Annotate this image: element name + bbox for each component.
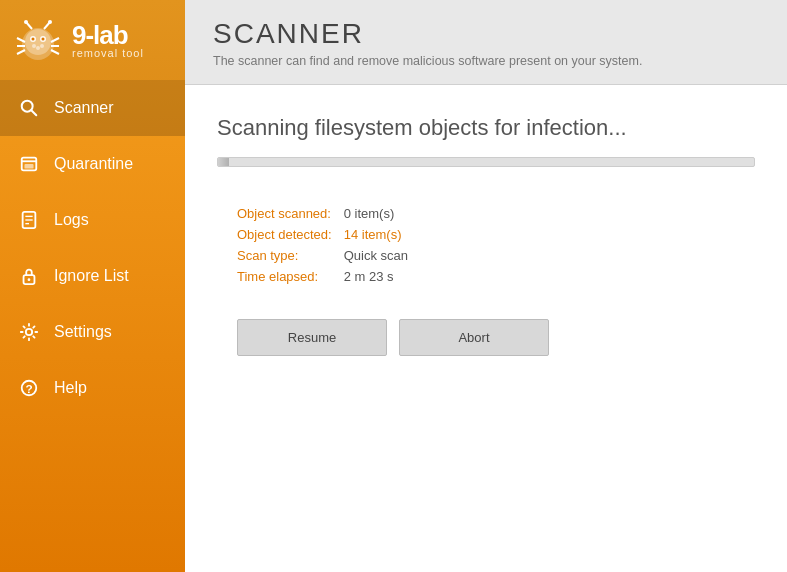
sidebar-item-label-logs: Logs	[54, 211, 89, 229]
sidebar-item-logs[interactable]: Logs	[0, 192, 185, 248]
sidebar-item-help[interactable]: ?Help	[0, 360, 185, 416]
button-row: ResumeAbort	[237, 319, 755, 356]
info-row: Object detected:14 item(s)	[237, 224, 408, 245]
svg-point-5	[42, 38, 45, 41]
info-label: Object detected:	[237, 224, 344, 245]
info-value: 14 item(s)	[344, 224, 408, 245]
info-value: Quick scan	[344, 245, 408, 266]
svg-point-9	[48, 20, 52, 24]
svg-point-8	[24, 20, 28, 24]
sidebar-item-label-scanner: Scanner	[54, 99, 114, 117]
sidebar-item-quarantine[interactable]: Quarantine	[0, 136, 185, 192]
svg-point-1	[25, 29, 51, 55]
header: SCANNER The scanner can find and remove …	[185, 0, 787, 85]
sidebar-item-scanner[interactable]: Scanner	[0, 80, 185, 136]
header-title: SCANNER	[213, 18, 759, 50]
info-row: Scan type:Quick scan	[237, 245, 408, 266]
logo-area: 9-lab removal tool	[0, 0, 185, 80]
svg-point-18	[40, 44, 44, 48]
svg-line-20	[31, 110, 36, 115]
content-area: Scanning filesystem objects for infectio…	[185, 85, 787, 572]
sidebar-item-label-ignore-list: Ignore List	[54, 267, 129, 285]
logo-text: 9-lab removal tool	[72, 22, 144, 59]
nav-container: ScannerQuarantineLogsIgnore ListSettings…	[0, 80, 185, 416]
progress-bar-fill	[218, 158, 229, 166]
search-icon	[18, 97, 40, 119]
sidebar-item-settings[interactable]: Settings	[0, 304, 185, 360]
header-description: The scanner can find and remove maliciou…	[213, 54, 759, 68]
info-label: Scan type:	[237, 245, 344, 266]
sidebar: 9-lab removal tool ScannerQuarantineLogs…	[0, 0, 185, 572]
logo-sub: removal tool	[72, 48, 144, 59]
info-row: Time elapsed:2 m 23 s	[237, 266, 408, 287]
sidebar-item-ignore-list[interactable]: Ignore List	[0, 248, 185, 304]
svg-point-17	[36, 46, 40, 50]
quarantine-icon	[18, 153, 40, 175]
svg-point-29	[28, 278, 31, 281]
svg-line-12	[17, 50, 25, 54]
abort-button[interactable]: Abort	[399, 319, 549, 356]
svg-rect-23	[24, 164, 33, 169]
gear-icon	[18, 321, 40, 343]
svg-point-30	[26, 329, 32, 335]
logs-icon	[18, 209, 40, 231]
logo-icon	[12, 14, 64, 66]
svg-text:?: ?	[25, 382, 32, 396]
sidebar-item-label-help: Help	[54, 379, 87, 397]
resume-button[interactable]: Resume	[237, 319, 387, 356]
help-icon: ?	[18, 377, 40, 399]
svg-line-15	[51, 50, 59, 54]
sidebar-item-label-quarantine: Quarantine	[54, 155, 133, 173]
lock-icon	[18, 265, 40, 287]
info-label: Time elapsed:	[237, 266, 344, 287]
progress-bar-container	[217, 157, 755, 167]
logo-name: 9-lab	[72, 22, 144, 48]
info-table: Object scanned:0 item(s)Object detected:…	[237, 203, 408, 287]
main-panel: SCANNER The scanner can find and remove …	[185, 0, 787, 572]
scanning-title: Scanning filesystem objects for infectio…	[217, 115, 755, 141]
sidebar-item-label-settings: Settings	[54, 323, 112, 341]
info-value: 2 m 23 s	[344, 266, 408, 287]
svg-point-16	[32, 44, 36, 48]
info-label: Object scanned:	[237, 203, 344, 224]
info-value: 0 item(s)	[344, 203, 408, 224]
svg-point-4	[32, 38, 35, 41]
info-row: Object scanned:0 item(s)	[237, 203, 408, 224]
